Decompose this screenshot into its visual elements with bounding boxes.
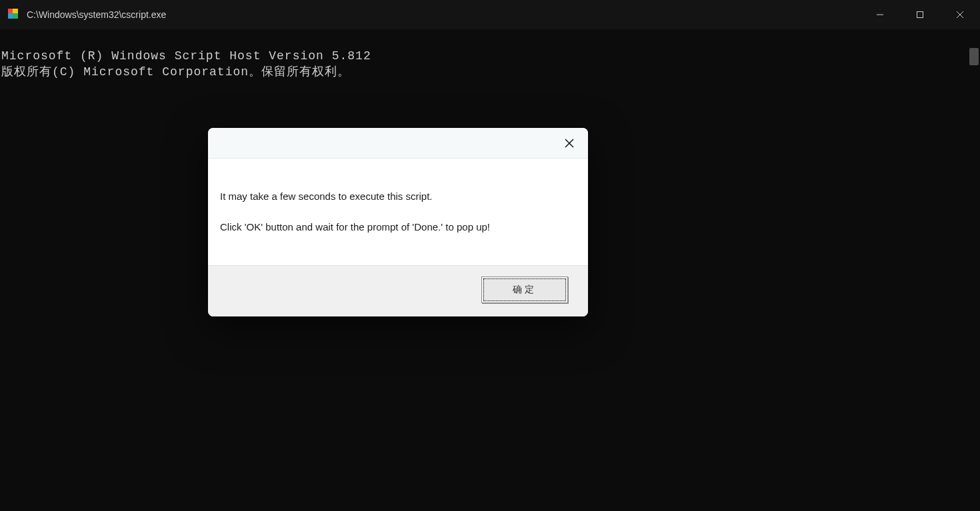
console-output: Microsoft (R) Windows Script Host Versio…: [0, 29, 980, 80]
app-icon: [8, 9, 20, 21]
minimize-button[interactable]: [860, 0, 900, 29]
dialog-message-line: Click 'OK' button and wait for the promp…: [220, 220, 576, 235]
svg-rect-1: [917, 12, 923, 18]
dialog-close-button[interactable]: [560, 134, 579, 153]
window-titlebar: C:\Windows\system32\cscript.exe: [0, 0, 980, 29]
window-title: C:\Windows\system32\cscript.exe: [27, 9, 166, 20]
window-controls: [860, 0, 980, 29]
close-button[interactable]: [940, 0, 980, 29]
ok-button-label: 确定: [513, 284, 537, 296]
dialog-message-line: It may take a few seconds to execute thi…: [220, 189, 576, 204]
console-line: 版权所有(C) Microsoft Corporation。保留所有权利。: [1, 65, 350, 79]
close-icon: [564, 138, 575, 149]
maximize-button[interactable]: [900, 0, 940, 29]
titlebar-left: C:\Windows\system32\cscript.exe: [0, 9, 166, 21]
ok-button[interactable]: 确定: [481, 276, 568, 303]
console-line: Microsoft (R) Windows Script Host Versio…: [1, 49, 371, 63]
scrollbar-track[interactable]: [969, 32, 979, 505]
scrollbar-thumb[interactable]: [969, 48, 979, 65]
dialog-footer: 确定: [208, 265, 588, 316]
message-dialog: It may take a few seconds to execute thi…: [208, 128, 588, 316]
dialog-titlebar: [208, 128, 588, 159]
dialog-body: It may take a few seconds to execute thi…: [208, 159, 588, 265]
